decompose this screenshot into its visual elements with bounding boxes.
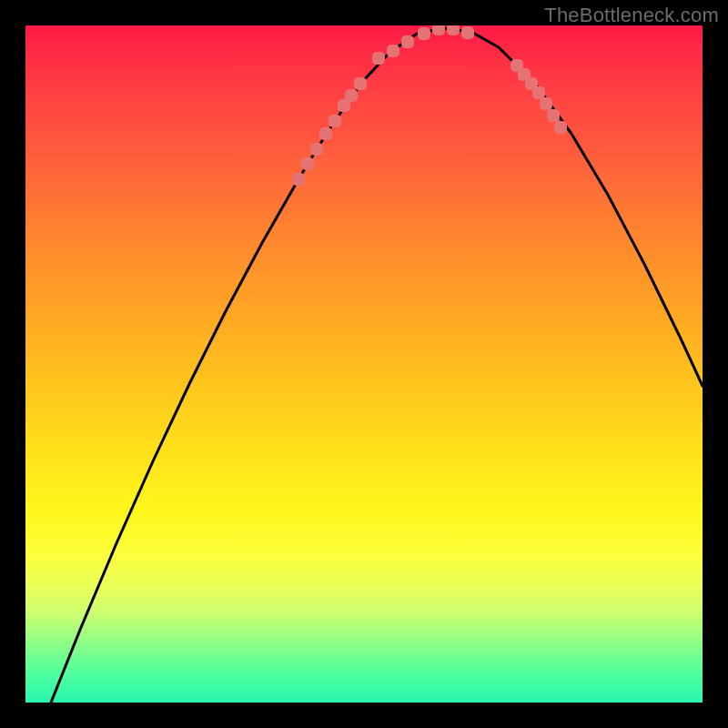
chart-frame: TheBottleneck.com [0,0,728,728]
data-point [319,127,332,140]
watermark-text: TheBottleneck.com [544,4,719,27]
data-point [354,77,367,90]
data-point [547,109,560,122]
series-layer [51,25,703,703]
chart-svg [25,25,703,703]
data-point [432,25,445,35]
curve-path [51,28,703,703]
data-point [387,45,399,57]
data-point [345,89,358,102]
data-point [329,115,341,127]
data-point [554,121,567,134]
data-point [461,26,474,39]
data-point [401,35,414,48]
data-point [418,27,430,40]
data-point [447,25,460,35]
plot-area [25,25,703,703]
data-point [301,157,314,170]
data-point [310,143,323,156]
data-point [292,173,305,186]
data-point [372,52,385,65]
data-point [540,97,552,110]
data-point [532,86,545,99]
